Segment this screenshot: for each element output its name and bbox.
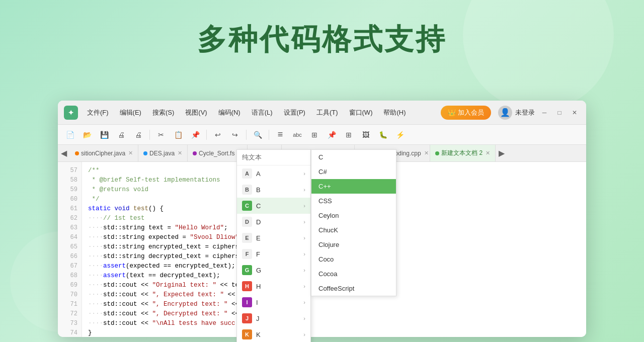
lang-letter-K: K xyxy=(242,329,252,339)
menu-help[interactable]: 帮助(H) xyxy=(379,106,410,119)
menu-search[interactable]: 搜索(S) xyxy=(148,106,178,119)
pin-button[interactable]: 📌 xyxy=(324,127,340,142)
menu-view[interactable]: 视图(V) xyxy=(181,106,211,119)
tab-label-1: DES.java xyxy=(149,150,175,157)
lang-item-B[interactable]: B B › xyxy=(237,182,310,198)
lang-letter-A: A xyxy=(242,168,252,179)
lang-letter-D: D xyxy=(242,217,252,227)
join-member-button[interactable]: 👑 加入会员 xyxy=(441,106,491,120)
menu-window[interactable]: 窗口(W) xyxy=(345,106,377,119)
menu-lang[interactable]: 语言(L) xyxy=(248,106,277,119)
menu-file[interactable]: 文件(F) xyxy=(83,106,113,119)
lang-label-C: C xyxy=(256,202,261,210)
lang-item-I[interactable]: I I › xyxy=(237,294,310,310)
lang-arrow-J: › xyxy=(303,315,305,321)
lang-dropdown: 纯文本 A A › B B › C C › D D › E E › F F › … xyxy=(236,149,311,342)
menu-encode[interactable]: 编码(N) xyxy=(214,106,245,119)
tab-label-2: Cycle_Sort.fs xyxy=(199,150,234,157)
abc-view-button[interactable]: abc xyxy=(289,127,305,142)
lang-label-B: B xyxy=(256,186,261,194)
lang-label-H: H xyxy=(256,283,261,290)
tab-close-0[interactable]: ✕ xyxy=(128,150,133,156)
tab-6[interactable]: 新建文本文档 2 ✕ xyxy=(430,145,496,162)
save-button[interactable]: 💾 xyxy=(96,127,112,142)
redo-button[interactable]: ↪ xyxy=(227,127,243,142)
tab-close-6[interactable]: ✕ xyxy=(486,150,490,156)
tab-dot-2 xyxy=(193,151,197,155)
code-line-74: ····std::cout << "\nAll tests have succ xyxy=(88,319,580,328)
tab-close-5[interactable]: ✕ xyxy=(424,150,429,156)
sublang-Coco[interactable]: Coco xyxy=(311,252,396,267)
sublang-ChucK[interactable]: ChucK xyxy=(311,223,396,237)
lang-arrow-I: › xyxy=(303,299,305,305)
lang-arrow-K: › xyxy=(303,331,305,337)
menu-settings[interactable]: 设置(P) xyxy=(280,106,309,119)
table-view-button[interactable]: ⊞ xyxy=(306,127,323,142)
minimize-button[interactable]: ─ xyxy=(539,107,550,118)
sublang-Csharp[interactable]: C# xyxy=(311,164,396,179)
menu-tools[interactable]: 工具(T) xyxy=(312,106,342,119)
lang-item-K[interactable]: K K › xyxy=(237,326,310,342)
image-button[interactable]: 🖼 xyxy=(358,127,374,142)
print-button[interactable]: 🖨 xyxy=(130,127,146,142)
lang-label-F: F xyxy=(256,250,260,258)
lang-item-H[interactable]: H H › xyxy=(237,278,310,294)
app-icon: ✦ xyxy=(64,106,78,120)
menu-edit[interactable]: 编辑(E) xyxy=(116,106,145,119)
lang-item-G[interactable]: G G › xyxy=(237,262,310,278)
cut-button[interactable]: ✂ xyxy=(153,127,169,142)
line-numbers: 57 58 59 60 61 62 63 64 65 66 67 68 69 7… xyxy=(58,162,82,337)
toolbar: 📄 📂 💾 🖨 🖨 ✂ 📋 📌 ↩ ↪ 🔍 ≡ abc ⊞ 📌 ⊞ 🖼 🐛 xyxy=(58,125,586,145)
tab-0[interactable]: sitionCipher.java ✕ xyxy=(70,145,138,161)
tab-dot-6 xyxy=(435,151,439,155)
sublang-Ceylon[interactable]: Ceylon xyxy=(311,208,396,223)
lang-letter-F: F xyxy=(242,249,252,259)
lang-arrow-H: › xyxy=(303,283,305,289)
tab-1[interactable]: DES.java ✕ xyxy=(138,145,188,161)
lang-item-C[interactable]: C C › xyxy=(237,198,310,214)
undo-button[interactable]: ↩ xyxy=(210,127,226,142)
save-as-button[interactable]: 🖨 xyxy=(113,127,129,142)
lang-search[interactable]: 纯文本 xyxy=(237,150,310,165)
close-button[interactable]: ✕ xyxy=(569,107,580,118)
avatar: 👤 xyxy=(498,106,512,120)
lang-arrow-A: › xyxy=(303,170,305,177)
tab-left-arrow[interactable]: ◀ xyxy=(58,145,70,161)
lang-item-J[interactable]: J J › xyxy=(237,310,310,326)
open-file-button[interactable]: 📂 xyxy=(79,127,95,142)
tab-label-0: sitionCipher.java xyxy=(81,150,125,157)
lang-item-A[interactable]: A A › xyxy=(237,165,310,182)
crown-icon: 👑 xyxy=(448,109,456,116)
find-button[interactable]: 🔍 xyxy=(250,127,266,142)
sublang-C[interactable]: C xyxy=(311,150,396,164)
tab-close-1[interactable]: ✕ xyxy=(178,150,182,156)
copy-button[interactable]: 📋 xyxy=(170,127,186,142)
edit-tools: ✂ 📋 📌 xyxy=(153,127,203,142)
list-view-button[interactable]: ≡ xyxy=(272,127,288,142)
lang-arrow-G: › xyxy=(303,267,305,273)
tab-right-arrow[interactable]: ▶ xyxy=(496,145,508,161)
lang-letter-H: H xyxy=(242,281,252,291)
lang-item-F[interactable]: F F › xyxy=(237,246,310,262)
sublang-CoffeeScript[interactable]: CoffeeScript xyxy=(311,281,396,296)
lightning-button[interactable]: ⚡ xyxy=(392,127,408,142)
lang-label-K: K xyxy=(256,331,261,338)
sublang-CSS[interactable]: CSS xyxy=(311,194,396,208)
lang-arrow-C: › xyxy=(303,203,305,209)
sublang-Cpp[interactable]: C++ xyxy=(311,179,396,194)
lang-letter-G: G xyxy=(242,265,252,275)
title-bar: ✦ 文件(F) 编辑(E) 搜索(S) 视图(V) 编码(N) 语言(L) 设置… xyxy=(58,101,586,125)
bug-button[interactable]: 🐛 xyxy=(375,127,391,142)
separator-2 xyxy=(206,130,207,140)
grid-button[interactable]: ⊞ xyxy=(341,127,357,142)
sublang-Clojure[interactable]: Clojure xyxy=(311,237,396,252)
paste-button[interactable]: 📌 xyxy=(187,127,203,142)
new-file-button[interactable]: 📄 xyxy=(62,127,78,142)
code-line-72: ····std::cout << ", Encrypted text: " << xyxy=(88,300,580,309)
user-login-status[interactable]: 未登录 xyxy=(515,108,535,117)
lang-item-E[interactable]: E E › xyxy=(237,230,310,246)
maximize-button[interactable]: □ xyxy=(554,107,565,118)
lang-item-D[interactable]: D D › xyxy=(237,214,310,230)
lang-label-D: D xyxy=(256,218,261,226)
sublang-Cocoa[interactable]: Cocoa xyxy=(311,267,396,281)
